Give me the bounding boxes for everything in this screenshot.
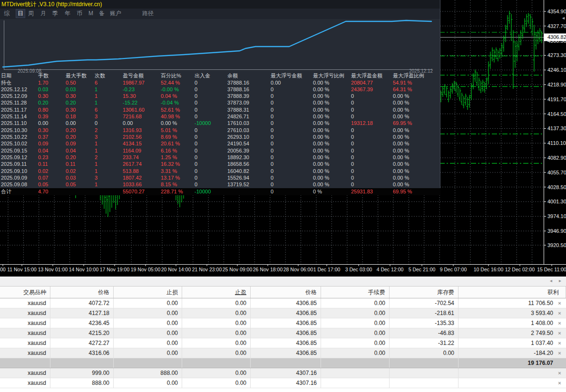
stats-cell: 2617.74	[123, 161, 142, 167]
stats-cell: 0.02	[66, 168, 76, 174]
svg-text:3946.90: 3946.90	[547, 228, 566, 234]
scroll-right-icon[interactable]: ▸	[559, 278, 561, 283]
table-cell: 0.00	[321, 328, 390, 338]
stats-cell: 0.02	[38, 168, 48, 174]
position-row[interactable]: xauusd4215.200.000.004306.850.00-46.832 …	[0, 328, 566, 338]
stats-cell: 0.00 %	[313, 134, 329, 140]
mtdriver-stats-panel: MTDriver统计 ,V3.10 (http://mtdriver.cn) 综…	[0, 0, 440, 195]
stats-cell: 0.00 %	[313, 113, 329, 120]
position-row[interactable]: xauusd4236.450.000.004306.850.00-135.331…	[0, 318, 566, 328]
table-cell: ×	[459, 378, 566, 388]
tab-账户[interactable]: 账户	[110, 10, 121, 18]
close-position-icon[interactable]: ×	[553, 318, 566, 328]
stats-cell: 1	[95, 140, 98, 147]
table-cell: 4215.20	[50, 328, 114, 338]
column-header-7[interactable]: 库存费	[390, 287, 459, 298]
stats-cell: 0.04 %	[161, 93, 177, 99]
close-position-icon[interactable]: ×	[553, 378, 566, 388]
stats-row-2025.09.11: 2025.09.110.110.1112617.7416.32 %018658.…	[0, 161, 440, 167]
stats-cell: 持仓	[1, 79, 11, 86]
stats-total-row: 合计4.7055070.27228.71 %-1000000 %25931.83…	[0, 188, 440, 195]
positions-header-row: 交易品种价格止损止盈价格手续费库存费获利	[0, 287, 566, 298]
close-position-icon[interactable]: ×	[553, 368, 566, 378]
tab-备[interactable]: 备	[99, 10, 105, 18]
pending-order-row[interactable]: xauusd888.000.000.004307.16×	[0, 378, 566, 388]
stats-cell: 0.00 %	[313, 181, 329, 188]
svg-text:3920.50: 3920.50	[547, 242, 566, 248]
close-position-icon[interactable]: ×	[553, 348, 566, 358]
svg-text:3 Dec 03:00: 3 Dec 03:00	[345, 267, 372, 272]
column-header-6[interactable]: 手续费	[321, 287, 390, 298]
stats-cell: 0	[271, 113, 273, 120]
stats-cell: 2025.09.09	[1, 174, 27, 181]
close-position-icon[interactable]: ×	[553, 338, 566, 348]
stats-cell: 0	[351, 154, 354, 161]
stats-cell: 0.00 %	[313, 154, 329, 161]
stats-cell: 0.23	[38, 154, 48, 161]
position-row[interactable]: xauusd4272.270.000.004306.850.00-31.221 …	[0, 338, 566, 348]
svg-text:4 Dec 12:00: 4 Dec 12:00	[377, 267, 404, 272]
stats-cell: 3.31 %	[161, 168, 177, 174]
close-position-icon[interactable]: ×	[553, 298, 566, 308]
column-header-3[interactable]: 止损	[114, 287, 182, 298]
stats-cell: 0	[195, 79, 197, 86]
scroll-left-icon[interactable]: ◂	[550, 278, 552, 283]
column-header-1[interactable]: 交易品种	[0, 287, 50, 298]
stats-cell: 0.00 %	[313, 127, 329, 134]
tab-季[interactable]: 季	[52, 10, 58, 18]
stats-cell: 0.00 %	[313, 147, 329, 154]
tab-月[interactable]: 月	[40, 10, 46, 18]
stats-cell: 2025.12.12	[1, 86, 27, 93]
table-cell: 888.00	[114, 368, 182, 378]
stats-cell: 6.16 %	[161, 147, 177, 154]
stats-cell: 37873.09	[227, 99, 249, 106]
stats-row-2025.10.22: 2025.10.220.370.2032102.568.69 %026293.1…	[0, 134, 440, 140]
stats-cell: 24367.39	[351, 86, 373, 93]
tab-年[interactable]: 年	[65, 10, 70, 18]
stats-cell: 0.20	[66, 99, 76, 106]
position-row[interactable]: xauusd4127.180.000.004306.850.00-218.613…	[0, 308, 566, 318]
tab-币[interactable]: 币	[77, 10, 82, 18]
stats-cell: 0.09	[66, 140, 76, 147]
stats-cell: 8.69 %	[161, 134, 177, 140]
table-cell: 0.00	[182, 298, 251, 308]
stats-cell: 16040.82	[227, 168, 249, 174]
column-header-4[interactable]: 止盈	[182, 287, 251, 298]
stats-cell: 1807.42	[123, 174, 142, 181]
stats-cell: 37888.31	[227, 106, 249, 113]
position-row[interactable]: xauusd4072.720.000.004306.850.00-702.541…	[0, 298, 566, 308]
summary-row: 19 176.07	[0, 358, 566, 368]
table-cell: 0.00	[321, 298, 390, 308]
trading-terminal: 4354.904327.704300.504273.304246.104218.…	[0, 0, 566, 392]
tab-综[interactable]: 综	[4, 10, 10, 18]
tab-周[interactable]: 周	[28, 10, 34, 18]
svg-text:25 Nov 09:00: 25 Nov 09:00	[223, 267, 253, 272]
close-position-icon[interactable]: ×	[553, 308, 566, 318]
chart-scroll-marker-icon: ◄	[561, 16, 566, 20]
stats-cell: 0.30	[66, 93, 76, 99]
pending-order-row[interactable]: xauusd999.00888.000.004307.16×	[0, 368, 566, 378]
stats-cell: 0.20	[38, 99, 48, 106]
close-position-icon[interactable]: ×	[553, 328, 566, 338]
daily-stats-table: 日期手数最大手数次数盈亏金额百分比%出入金余额最大浮亏金额最大浮亏比例最大浮盈金…	[0, 72, 440, 195]
column-header-2[interactable]: 价格	[50, 287, 114, 298]
tab-日[interactable]: 日	[16, 9, 25, 18]
stats-cell: -10000	[195, 120, 211, 126]
stats-cell: 1.70	[38, 79, 48, 86]
tab-path[interactable]: 路径	[142, 10, 154, 18]
table-cell: xauusd	[0, 328, 50, 338]
stats-cell: 0.00 %	[393, 113, 409, 120]
period-tab-bar: 综日周月季年币M备账户路径	[0, 9, 440, 19]
stats-cell: 0.00 %	[393, 154, 409, 161]
column-header-5[interactable]: 价格	[251, 287, 321, 298]
table-cell: 1 408.00×	[459, 318, 566, 328]
stats-cell: 0	[195, 161, 197, 167]
column-header-8[interactable]: 获利	[459, 287, 566, 298]
stats-cell: 2025.11.17	[1, 106, 27, 113]
table-cell	[182, 358, 251, 368]
stats-cell: 1	[95, 168, 98, 174]
position-row[interactable]: xauusd4316.060.000.004306.850.000.00-184…	[0, 348, 566, 358]
profit-value: 19 176.07	[528, 358, 553, 368]
stats-cell: 2025.09.10	[1, 168, 27, 174]
tab-M[interactable]: M	[88, 10, 93, 18]
